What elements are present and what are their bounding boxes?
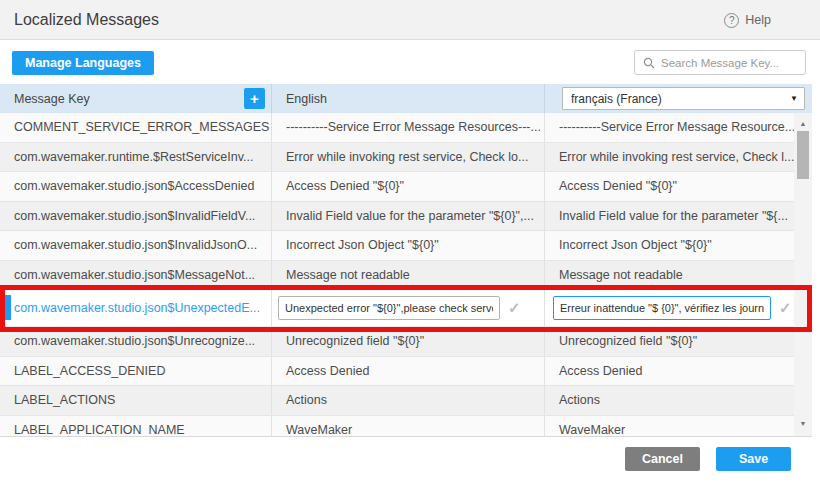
column-header-english: English: [272, 84, 545, 113]
language-select[interactable]: français (France) ▼: [562, 87, 805, 110]
message-key-cell: LABEL_ACCESS_DENIED: [0, 357, 272, 386]
french-edit-input[interactable]: [553, 296, 771, 320]
french-cell[interactable]: Message not readable: [545, 261, 794, 290]
message-key-cell: com.wavemaker.runtime.$RestServiceInv...: [0, 143, 272, 172]
table-row[interactable]: LABEL_ACTIONS Actions Actions: [0, 386, 794, 416]
table-row[interactable]: com.wavemaker.studio.json$AccessDenied A…: [0, 172, 794, 202]
cancel-button[interactable]: Cancel: [625, 447, 700, 471]
message-key-header-label: Message Key: [14, 92, 90, 106]
french-cell[interactable]: Invalid Field value for the parameter "$…: [545, 202, 794, 231]
message-key-cell: com.wavemaker.studio.json$InvalidJsonO..…: [0, 231, 272, 260]
table-row-selected[interactable]: com.wavemaker.studio.json$UnexpectedE...…: [0, 290, 794, 327]
french-edit-cell: ✓: [545, 290, 794, 326]
table-row[interactable]: LABEL_ACCESS_DENIED Access Denied Access…: [0, 357, 794, 387]
search-box[interactable]: [634, 50, 806, 75]
confirm-check-icon[interactable]: ✓: [508, 299, 521, 317]
french-cell[interactable]: Error while invoking rest service, Check…: [545, 143, 794, 172]
message-key-cell: com.wavemaker.studio.json$AccessDenied: [0, 172, 272, 201]
add-locale-icon[interactable]: +: [244, 88, 265, 109]
messages-table: Message Key + English français (France) …: [0, 84, 812, 437]
help-label: Help: [745, 13, 771, 27]
save-button[interactable]: Save: [716, 447, 791, 471]
english-header-label: English: [286, 92, 327, 106]
english-cell[interactable]: Unrecognized field "${0}": [272, 327, 545, 356]
table-row[interactable]: LABEL_APPLICATION_NAME WaveMaker WaveMak…: [0, 416, 794, 438]
message-key-cell: com.wavemaker.studio.json$Unrecognize...: [0, 327, 272, 356]
english-cell[interactable]: Access Denied: [272, 357, 545, 386]
column-header-language: français (France) ▼: [545, 84, 812, 113]
english-cell[interactable]: Message not readable: [272, 261, 545, 290]
french-cell[interactable]: WaveMaker: [545, 416, 794, 438]
message-key-cell-selected[interactable]: com.wavemaker.studio.json$UnexpectedE...: [0, 290, 272, 326]
help-link[interactable]: ? Help: [724, 0, 771, 40]
confirm-check-icon[interactable]: ✓: [779, 299, 792, 317]
english-cell[interactable]: WaveMaker: [272, 416, 545, 438]
english-edit-cell: ✓: [272, 290, 545, 326]
manage-languages-button[interactable]: Manage Languages: [12, 51, 154, 75]
selected-row-indicator: [5, 295, 11, 320]
french-cell[interactable]: Access Denied "${0}": [545, 172, 794, 201]
english-cell[interactable]: Incorrect Json Object "${0}": [272, 231, 545, 260]
vertical-scrollbar[interactable]: ▲ ▼: [794, 113, 812, 436]
message-key-cell: COMMENT_SERVICE_ERROR_MESSAGES: [0, 113, 272, 142]
french-cell[interactable]: ----------Service Error Message Resource…: [545, 113, 794, 142]
page-title: Localized Messages: [14, 0, 159, 40]
column-header-message-key: Message Key +: [0, 84, 272, 113]
message-key-cell: com.wavemaker.studio.json$MessageNot...: [0, 261, 272, 290]
search-input[interactable]: [661, 57, 797, 69]
language-dropdown[interactable]: français (France): [562, 87, 805, 110]
english-cell[interactable]: ----------Service Error Message Resource…: [272, 113, 545, 142]
message-key-cell: LABEL_ACTIONS: [0, 386, 272, 415]
scrollbar-thumb[interactable]: [797, 131, 809, 179]
table-row[interactable]: com.wavemaker.studio.json$MessageNot... …: [0, 261, 794, 291]
scroll-up-icon[interactable]: ▲: [794, 120, 812, 127]
table-body: COMMENT_SERVICE_ERROR_MESSAGES ---------…: [0, 113, 812, 437]
french-cell[interactable]: Incorrect Json Object "${0}": [545, 231, 794, 260]
table-row[interactable]: COMMENT_SERVICE_ERROR_MESSAGES ---------…: [0, 113, 794, 143]
message-key-cell: LABEL_APPLICATION_NAME: [0, 416, 272, 438]
title-bar: Localized Messages ? Help: [0, 0, 820, 40]
english-cell[interactable]: Invalid Field value for the parameter "$…: [272, 202, 545, 231]
search-icon: [643, 57, 655, 69]
table-row[interactable]: com.wavemaker.runtime.$RestServiceInv...…: [0, 143, 794, 173]
scroll-down-icon[interactable]: ▼: [794, 420, 812, 427]
french-cell[interactable]: Unrecognized field "${0}": [545, 327, 794, 356]
english-cell[interactable]: Access Denied "${0}": [272, 172, 545, 201]
help-icon: ?: [724, 13, 739, 28]
french-cell[interactable]: Access Denied: [545, 357, 794, 386]
toolbar: Manage Languages: [0, 41, 820, 84]
english-edit-input[interactable]: [278, 296, 500, 320]
table-row[interactable]: com.wavemaker.studio.json$InvalidFieldV.…: [0, 202, 794, 232]
english-cell[interactable]: Error while invoking rest service, Check…: [272, 143, 545, 172]
table-row[interactable]: com.wavemaker.studio.json$InvalidJsonO..…: [0, 231, 794, 261]
table-header-row: Message Key + English français (France) …: [0, 84, 812, 113]
english-cell[interactable]: Actions: [272, 386, 545, 415]
table-row[interactable]: com.wavemaker.studio.json$Unrecognize...…: [0, 327, 794, 357]
french-cell[interactable]: Actions: [545, 386, 794, 415]
localized-messages-dialog: Localized Messages ? Help Manage Languag…: [0, 0, 820, 487]
message-key-cell: com.wavemaker.studio.json$InvalidFieldV.…: [0, 202, 272, 231]
